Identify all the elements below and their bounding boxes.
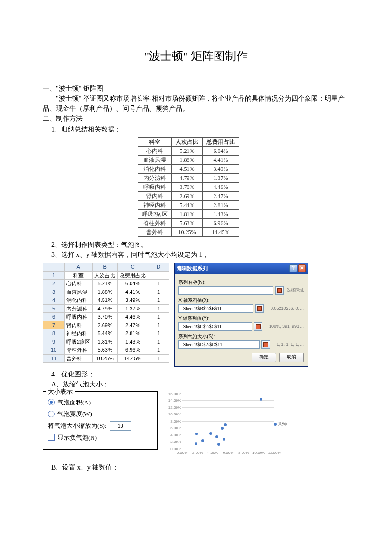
chart-point [260,398,262,401]
chart-point [195,442,197,445]
table-row: 脊柱外科5.63%6.96% [138,219,239,228]
y-values-label: Y 轴系列值(Y): [178,315,304,322]
y-tick: 16.00% [165,391,181,397]
radio-area-label: 气泡面积(A) [57,398,91,407]
series-name-ref-button[interactable] [275,286,284,295]
chart-point [224,423,227,426]
table-row: 4消化内科4.51%3.49%1 [43,296,169,305]
table-row: 5内分泌科4.79%1.37%1 [43,304,169,313]
scale-input[interactable] [110,421,131,431]
size-values-ref-button[interactable] [261,340,270,349]
section1-body: "波士顿" 举证图又称市场增长率-相对市场份额矩阵，将企业产品的具体情况分为四个… [43,94,349,113]
table-row: 7肾内科2.69%2.47%1 [43,321,169,329]
legend-label: 系列1 [278,422,288,427]
dialog-title-text: 编辑数据系列 [177,264,208,273]
show-neg-checkbox[interactable] [48,434,55,441]
step4b-text: B、设置 x、y 轴数值； [43,462,349,472]
table-row: 11普外科10.25%14.45%1 [43,354,169,363]
x-values-input[interactable]: =Sheet1!$B$2:$B$11 [178,304,253,313]
y-values-input[interactable]: =Sheet1!$C$2:$C$11 [178,322,252,331]
step4a-text: A、放缩气泡大小； [43,379,349,389]
x-tick: 8.00% [238,450,249,456]
y-tick: 8.00% [165,419,181,424]
y-tick: 14.00% [165,398,181,404]
chart-point [215,435,218,438]
x-tick: 6.00% [223,450,234,456]
y-tick: 4.00% [165,433,181,438]
size-values-hint: = 1, 1, 1, 1, 1, ... [272,341,304,348]
show-neg-row[interactable]: 显示负气泡(N) [48,433,152,442]
summary-th: 总费用占比 [203,138,239,147]
radio-area[interactable] [48,399,55,405]
y-tick: 12.00% [165,405,181,411]
step1-text: 1、归纳总结相关数据； [43,124,121,134]
y-values-hint: = 108%, 391, 993 ... [264,323,304,330]
show-neg-label: 显示负气泡(N) [57,433,97,442]
series-name-label: 系列名称(N): [178,279,304,286]
y-values-ref-button[interactable] [254,322,262,331]
table-row: 10脊柱外科5.63%6.96%1 [43,346,169,355]
table-row: 神经内科5.44%2.81% [138,201,239,210]
chart-point [209,432,212,435]
dialog-ok-button[interactable]: 确定 [252,353,276,362]
size-values-label: 系列气泡大小(S): [178,333,304,340]
dialog-titlebar: 编辑数据系列 ? ✕ [175,263,308,274]
table-row: 6呼吸内科3.70%4.46%1 [43,313,169,321]
scale-row: 将气泡大小缩放为(S): [48,421,152,431]
x-tick: 10.00% [252,450,265,456]
table-row: 消化内科4.51%3.49% [138,165,239,174]
radio-width-row[interactable]: 气泡宽度(W) [48,409,152,419]
summary-table: 科室人次占比总费用占比心内科5.21%6.04%血液风湿1.88%4.41%消化… [138,137,239,237]
y-tick: 10.00% [165,412,181,417]
table-row: 3血液风湿1.88%4.41%1 [43,288,169,296]
x-values-hint: = 0.05210236, 0. ... [266,305,304,312]
summary-th: 人次占比 [172,138,203,147]
x-tick: 0.00% [177,450,188,456]
radio-area-row[interactable]: 气泡面积(A) [48,398,152,407]
chart-point [223,438,225,441]
table-row: 普外科10.25%14.45% [138,228,239,237]
table-row: 心内科5.21%6.04% [138,147,239,156]
scale-label: 将气泡大小缩放为(S): [48,421,107,431]
table-row: 肾内科2.69%2.47% [138,192,239,201]
step3-text: 3、选择 x、y 轴数据内容，同时气泡大小均设定为 1； [43,250,349,260]
x-tick: 12.00% [268,450,280,456]
dialog-close-button[interactable]: ✕ [298,264,306,272]
size-values-input[interactable]: =Sheet1!$D$2:$D$11 [178,340,260,349]
size-panel-title: 大小表示 [46,387,75,396]
dialog-cancel-button[interactable]: 取消 [279,353,304,362]
table-row: 内分泌科4.79%1.37% [138,174,239,183]
x-tick: 2.00% [192,450,203,456]
table-row: 呼吸2病区1.81%1.43% [138,210,239,219]
x-values-label: X 轴系列值(X): [178,297,304,304]
dialog-help-button[interactable]: ? [289,264,297,272]
radio-width[interactable] [48,411,55,417]
chart-point [221,427,224,430]
page-title: "波士顿" 矩阵图制作 [43,47,349,65]
excel-col-header: C [118,263,148,272]
chart-legend: 系列1 [274,422,288,427]
table-row: 血液风湿1.88%4.41% [138,156,239,165]
table-row: 8神经内科5.44%2.81%1 [43,329,169,338]
excel-grid: ABCD1科室人次占比总费用占比2心内科5.21%6.04%13血液风湿1.88… [43,263,169,363]
excel-col-header: D [148,263,169,272]
section2-heading: 二、制作方法 [43,113,349,123]
excel-col-header: A [65,263,93,272]
chart-point [201,439,204,442]
x-tick: 4.00% [207,450,218,456]
summary-th: 科室 [138,138,172,147]
edit-series-dialog: 编辑数据系列 ? ✕ 系列名称(N): 选择区域 X 轴系列值(X): [174,263,308,367]
x-values-ref-button[interactable] [255,304,264,313]
table-row: 呼吸内科3.70%4.46% [138,183,239,192]
table-row: 9呼吸2病区1.81%1.43%1 [43,338,169,346]
y-tick: 2.00% [165,439,181,445]
radio-width-label: 气泡宽度(W) [57,409,92,419]
page: "波士顿" 矩阵图制作 一、"波士顿" 矩阵图 "波士顿" 举证图又称市场增长率… [0,0,392,555]
step2-text: 2、选择制作图表类型：气泡图。 [43,240,349,250]
mini-chart: 系列1 0.00%2.00%4.00%6.00%8.00%10.00%12.00… [165,391,289,458]
chart-point [217,443,220,446]
step4-text: 4、优化图形； [43,369,349,379]
excel-col-header [43,263,65,272]
series-name-input[interactable] [178,286,273,295]
excel-col-header: B [93,263,118,272]
